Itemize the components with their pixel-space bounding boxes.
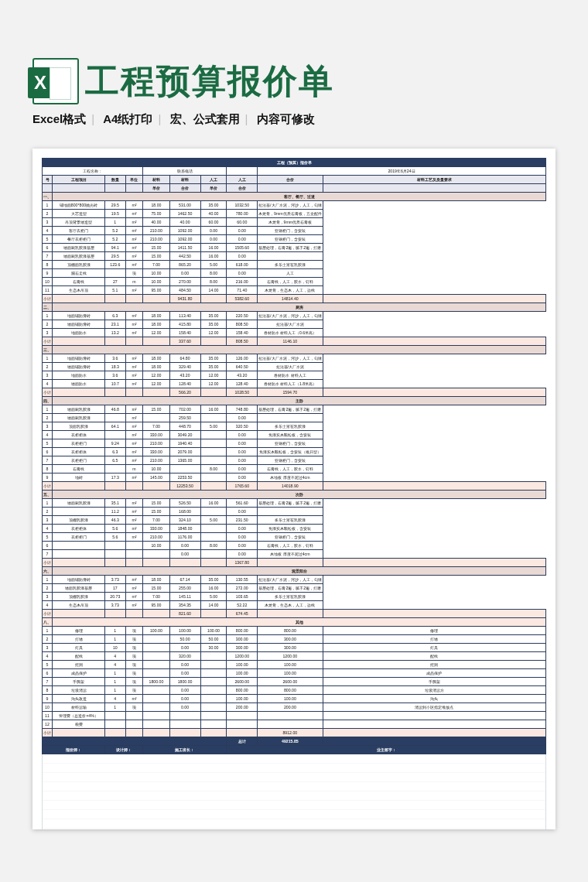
spreadsheet-preview: 工程（预算）报价单工程名称：联系电话2019年6月24日号工程项目数量单位材料材…	[32, 149, 556, 829]
document-title: 工程预算报价单	[85, 59, 334, 104]
excel-icon: X	[32, 58, 79, 104]
format-meta: Excel格式| A4纸打印| 宏、公式套用| 内容可修改	[0, 108, 588, 149]
